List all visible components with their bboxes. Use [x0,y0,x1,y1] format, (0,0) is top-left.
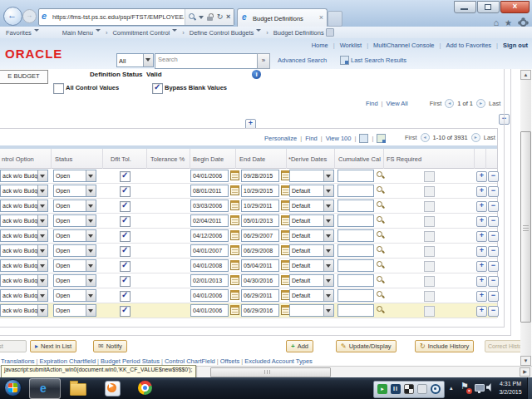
lookup-icon[interactable] [376,290,385,300]
dropdown-arrow-icon[interactable] [323,200,333,211]
calendar-icon[interactable] [230,260,239,270]
status-select[interactable]: Open [53,185,96,197]
notify-button[interactable]: ✉ Notify [93,340,127,352]
dflt-tol-checkbox[interactable] [120,306,131,317]
derive-dates-select[interactable]: Default [289,185,334,197]
tab-title[interactable]: Budget Definitions [253,15,303,22]
delete-row-button[interactable] [488,276,499,287]
header-link[interactable]: Sign out [503,42,528,49]
scroll-down-icon[interactable]: ▼ [520,356,531,366]
header-link[interactable]: MultiChannel Console [373,42,434,49]
related-link[interactable]: Budget Period Status [101,357,160,365]
add-row-button[interactable] [476,216,487,227]
delete-row-button[interactable] [488,261,499,272]
delete-row-button[interactable] [488,231,499,242]
control-option-select[interactable]: ack w/o Budg [0,304,48,317]
search-go-button[interactable]: » [257,53,270,69]
start-button[interactable] [4,379,22,397]
tray-ring-icon[interactable] [431,384,441,394]
dropdown-arrow-icon[interactable] [37,170,47,181]
search-icon[interactable] [189,13,196,21]
lookup-icon[interactable] [376,200,385,210]
end-date-input[interactable]: 10/29/2011 [241,200,279,212]
dropdown-arrow-icon[interactable] [86,200,96,211]
control-option-select[interactable]: ack w/o Budg [0,229,48,242]
vertical-scrollbar-thumb[interactable] [520,131,531,323]
dropdown-arrow-icon[interactable] [86,275,96,286]
view-all-link[interactable]: View All [387,100,408,107]
add-row-button[interactable] [476,291,487,302]
forward-button[interactable] [22,9,37,23]
minimize-button[interactable] [454,1,476,13]
dropdown-arrow-icon[interactable] [37,230,47,241]
calendar-icon[interactable] [230,215,239,225]
dflt-tol-checkbox[interactable] [120,291,131,302]
dropdown-arrow-icon[interactable] [323,170,333,181]
lookup-icon[interactable] [376,260,385,270]
dflt-tol-checkbox[interactable] [120,261,131,272]
dflt-tol-checkbox[interactable] [120,231,131,242]
cumulative-cal-input[interactable] [337,304,374,317]
breadcrumb-item[interactable]: Define Control Budgets [190,29,262,37]
last-search-results-link[interactable]: Last Search Results [351,57,406,64]
download-grid-icon[interactable] [377,134,386,143]
add-row-button[interactable] [476,186,487,197]
include-history-button[interactable]: ↻ Include History [415,340,474,352]
add-button[interactable]: + Add [286,340,313,352]
dropdown-arrow-icon[interactable] [86,260,96,271]
personalize-link[interactable]: Personalize [264,135,297,142]
begin-date-input[interactable]: 04/01/2006 [190,170,229,182]
dropdown-arrow-icon[interactable] [323,185,333,196]
delete-row-button[interactable] [488,306,499,317]
dropdown-arrow-icon[interactable] [143,54,153,66]
cumulative-cal-input[interactable] [337,259,374,272]
dflt-tol-checkbox[interactable] [120,276,131,287]
delete-row-button[interactable] [488,216,499,227]
lookup-icon[interactable] [376,230,385,240]
begin-date-input[interactable]: 02/04/2011 [190,214,229,227]
control-option-select[interactable]: ack w/o Budg [0,214,48,227]
control-option-select[interactable]: ack w/o Budg [0,170,48,182]
status-select[interactable]: Open [53,214,96,227]
delete-row-button[interactable] [488,171,499,182]
derive-dates-select[interactable] [289,170,334,182]
begin-date-input[interactable]: 04/01/2006 [190,289,229,302]
calendar-icon[interactable] [230,305,239,315]
end-date-input[interactable]: 05/04/2011 [241,259,279,272]
status-select[interactable]: Open [53,289,96,302]
horizontal-scrollbar-thumb[interactable] [210,367,331,377]
dropdown-arrow-icon[interactable] [323,215,333,226]
control-option-select[interactable]: ack w/o Budg [0,274,48,287]
dropdown-arrow-icon[interactable] [37,215,47,226]
previous-page-icon[interactable]: ◂ [445,99,454,108]
calendar-icon[interactable] [230,230,239,240]
derive-dates-select[interactable] [289,304,334,317]
status-select[interactable]: Open [53,229,96,242]
back-button[interactable] [3,7,22,26]
control-option-select[interactable]: ack w/o Budg [0,289,48,302]
end-date-input[interactable]: 04/30/2016 [241,274,279,287]
calendar-icon[interactable] [230,275,239,285]
breadcrumb-item[interactable]: Budget Definitions [273,29,324,37]
begin-date-input[interactable]: 04/01/2007 [190,244,229,257]
dropdown-arrow-icon[interactable] [323,245,333,256]
clipped-budget-button[interactable]: E BUDGET [0,70,48,84]
add-row-button[interactable] [476,246,487,257]
dropdown-arrow-icon[interactable] [86,215,96,226]
cumulative-cal-input[interactable] [337,214,374,227]
end-date-input[interactable]: 06/29/2008 [241,244,279,257]
dropdown-arrow-icon[interactable] [86,230,96,241]
dflt-tol-checkbox[interactable] [120,246,131,257]
end-date-input[interactable]: 09/28/2015 [241,170,279,182]
related-link[interactable]: Excluded Account Types [244,357,313,365]
status-select[interactable]: Open [53,244,96,257]
find-link[interactable]: Find [366,100,378,107]
dropdown-arrow-icon[interactable] [37,290,47,301]
lookup-icon[interactable] [376,170,385,180]
delete-row-button[interactable] [488,186,499,197]
control-option-select[interactable]: ack w/o Budg [0,259,48,272]
add-row-button[interactable] [476,231,487,242]
status-select[interactable]: Open [53,274,96,287]
header-link[interactable]: Add to Favorites [446,42,491,49]
dropdown-arrow-icon[interactable] [37,200,47,211]
